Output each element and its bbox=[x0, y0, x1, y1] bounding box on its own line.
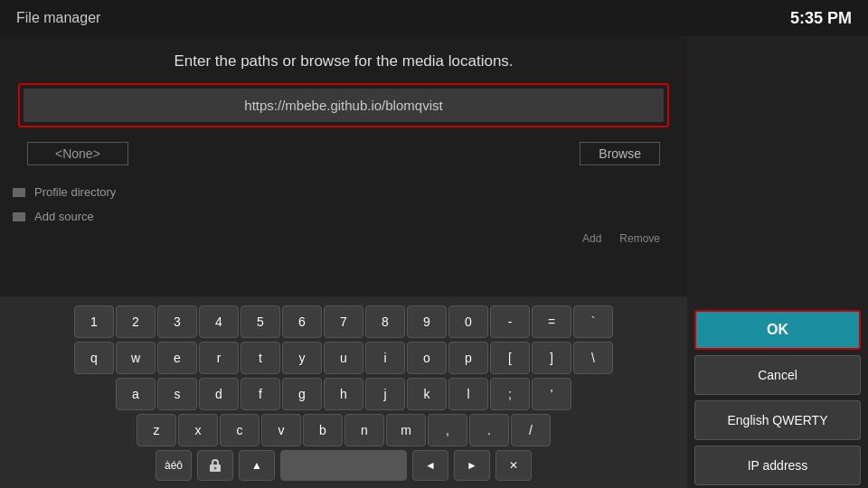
key-b[interactable]: b bbox=[303, 414, 343, 446]
key-1[interactable]: 1 bbox=[74, 305, 114, 338]
key-p[interactable]: p bbox=[448, 342, 488, 374]
svg-point-1 bbox=[214, 467, 217, 470]
mode-button[interactable]: IP address bbox=[694, 446, 861, 485]
key-9[interactable]: 9 bbox=[407, 305, 447, 338]
remove-link[interactable]: Remove bbox=[619, 232, 660, 245]
sidebar-label-addsource: Add source bbox=[34, 210, 94, 223]
spacebar-key[interactable] bbox=[280, 450, 407, 481]
key-s[interactable]: s bbox=[157, 378, 197, 410]
key-row-zxcv: z x c v b n m , . / bbox=[18, 414, 669, 446]
key-comma[interactable]: , bbox=[428, 414, 467, 446]
key-l[interactable]: l bbox=[448, 378, 488, 410]
profile-icon bbox=[13, 188, 25, 197]
accent-key[interactable]: àéô bbox=[156, 450, 192, 481]
key-h[interactable]: h bbox=[324, 378, 363, 410]
action-links: Add Remove bbox=[0, 229, 687, 249]
top-bar: File manager 5:35 PM bbox=[0, 0, 868, 36]
sidebar-item-profile[interactable]: Profile directory bbox=[0, 180, 687, 204]
key-x[interactable]: x bbox=[178, 414, 218, 446]
key-7[interactable]: 7 bbox=[324, 305, 363, 338]
right-spacer bbox=[687, 36, 868, 307]
key-3[interactable]: 3 bbox=[157, 305, 197, 338]
app-title: File manager bbox=[16, 10, 100, 26]
key-v[interactable]: v bbox=[261, 414, 301, 446]
key-backtick[interactable]: ` bbox=[573, 305, 613, 338]
key-d[interactable]: d bbox=[199, 378, 239, 410]
clock: 5:35 PM bbox=[790, 9, 852, 28]
add-link[interactable]: Add bbox=[582, 232, 601, 245]
key-period[interactable]: . bbox=[469, 414, 509, 446]
key-rbracket[interactable]: ] bbox=[532, 342, 571, 374]
key-6[interactable]: 6 bbox=[282, 305, 322, 338]
keyboard-area: 1 2 3 4 5 6 7 8 9 0 - = ` q w e r t y u … bbox=[0, 296, 687, 488]
dialog-area: Enter the paths or browse for the media … bbox=[0, 36, 687, 488]
key-5[interactable]: 5 bbox=[241, 305, 280, 338]
key-k[interactable]: k bbox=[407, 378, 447, 410]
key-g[interactable]: g bbox=[282, 378, 322, 410]
key-lbracket[interactable]: [ bbox=[490, 342, 530, 374]
addsource-icon bbox=[13, 212, 25, 221]
key-q[interactable]: q bbox=[74, 342, 114, 374]
sidebar-item-addsource[interactable]: Add source bbox=[0, 204, 687, 229]
ok-button[interactable]: OK bbox=[694, 310, 861, 350]
key-j[interactable]: j bbox=[365, 378, 405, 410]
key-8[interactable]: 8 bbox=[365, 305, 405, 338]
key-a[interactable]: a bbox=[116, 378, 156, 410]
key-i[interactable]: i bbox=[365, 342, 405, 374]
right-panel: OK Cancel English QWERTY IP address bbox=[687, 36, 868, 488]
key-4[interactable]: 4 bbox=[199, 305, 239, 338]
key-2[interactable]: 2 bbox=[116, 305, 156, 338]
key-row-asdf: a s d f g h j k l ; ' bbox=[18, 378, 669, 410]
source-row: <None> Browse bbox=[0, 136, 687, 171]
key-slash[interactable]: / bbox=[511, 414, 551, 446]
caps-key[interactable]: ▲ bbox=[239, 450, 275, 481]
key-e[interactable]: e bbox=[157, 342, 197, 374]
key-backslash[interactable]: \ bbox=[573, 342, 613, 374]
sidebar-label-profile: Profile directory bbox=[34, 185, 116, 199]
key-y[interactable]: y bbox=[282, 342, 322, 374]
shift-lock-key[interactable] bbox=[197, 450, 233, 481]
key-n[interactable]: n bbox=[344, 414, 384, 446]
key-t[interactable]: t bbox=[241, 342, 280, 374]
shift-lock-icon bbox=[207, 457, 223, 474]
key-equals[interactable]: = bbox=[532, 305, 571, 338]
key-quote[interactable]: ' bbox=[532, 378, 571, 410]
cancel-button[interactable]: Cancel bbox=[694, 355, 861, 395]
layout-button[interactable]: English QWERTY bbox=[694, 400, 861, 440]
key-c[interactable]: c bbox=[220, 414, 259, 446]
key-row-qwerty: q w e r t y u i o p [ ] \ bbox=[18, 342, 669, 374]
key-f[interactable]: f bbox=[241, 378, 280, 410]
source-none-label[interactable]: <None> bbox=[27, 142, 128, 165]
key-u[interactable]: u bbox=[324, 342, 363, 374]
url-input-wrapper bbox=[18, 83, 669, 127]
key-o[interactable]: o bbox=[407, 342, 447, 374]
key-0[interactable]: 0 bbox=[448, 305, 488, 338]
browse-button[interactable]: Browse bbox=[580, 142, 660, 165]
fn-row: àéô ▲ ◄ ► ✕ bbox=[18, 450, 669, 481]
right-arrow-key[interactable]: ► bbox=[454, 450, 490, 481]
sidebar-items: Profile directory Add source bbox=[0, 180, 687, 229]
prompt-text: Enter the paths or browse for the media … bbox=[0, 36, 687, 83]
left-arrow-key[interactable]: ◄ bbox=[412, 450, 448, 481]
key-w[interactable]: w bbox=[116, 342, 156, 374]
key-r[interactable]: r bbox=[199, 342, 239, 374]
key-m[interactable]: m bbox=[386, 414, 426, 446]
url-input[interactable] bbox=[24, 89, 664, 122]
backspace-key[interactable]: ✕ bbox=[495, 450, 532, 481]
key-minus[interactable]: - bbox=[490, 305, 530, 338]
key-semicolon[interactable]: ; bbox=[490, 378, 530, 410]
key-row-numbers: 1 2 3 4 5 6 7 8 9 0 - = ` bbox=[18, 305, 669, 338]
key-z[interactable]: z bbox=[137, 414, 176, 446]
